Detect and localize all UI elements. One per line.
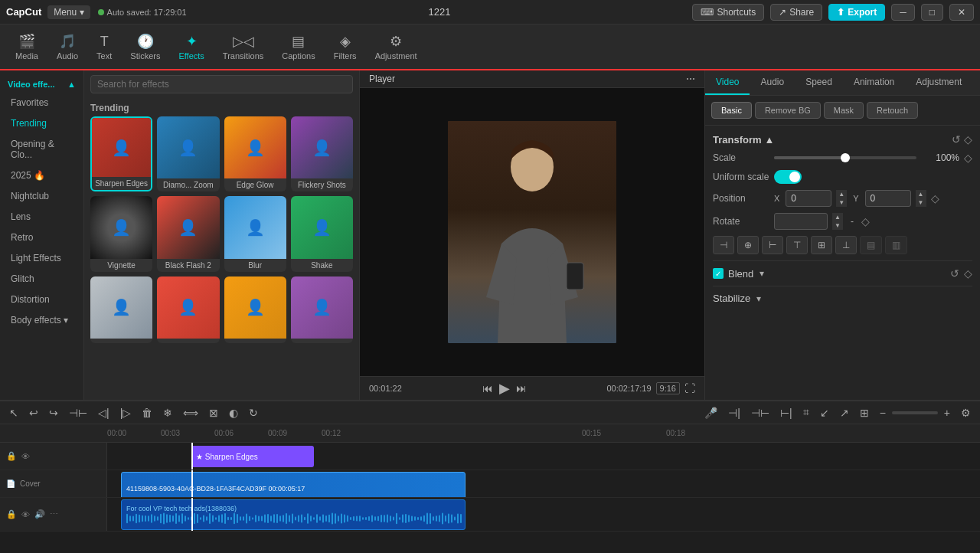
effect-item-blur[interactable]: 👤Blur	[224, 196, 286, 271]
toolbar-item-text[interactable]: TText	[87, 31, 121, 64]
align-top-button[interactable]: ⊤	[786, 236, 808, 254]
effect-item-item10[interactable]: 👤	[157, 276, 219, 343]
tl-trim-left-button[interactable]: ◁|	[95, 405, 113, 420]
effect-item-item11[interactable]: 👤	[224, 276, 286, 343]
player-menu-icon[interactable]: ⋯	[686, 74, 695, 84]
pos-y-up[interactable]: ▲	[916, 190, 926, 198]
align-7-button[interactable]: ▤	[860, 236, 882, 254]
left-section-arrow[interactable]: ▲	[67, 80, 76, 89]
tl-mic-button[interactable]: 🎤	[701, 405, 720, 420]
align-bottom-button[interactable]: ⊥	[835, 236, 857, 254]
toolbar-item-adjustment[interactable]: ⚙Adjustment	[366, 30, 426, 64]
tl-cut7-button[interactable]: ⊞	[857, 405, 872, 420]
scale-keyframe-button[interactable]: ◇	[964, 152, 972, 164]
tl-redo-button[interactable]: ↪	[46, 405, 61, 420]
rewind-button[interactable]: ⏮	[482, 382, 493, 394]
blend-checkbox[interactable]: ✓	[713, 268, 724, 279]
tl-trim-right-button[interactable]: |▷	[117, 405, 135, 420]
left-item-glitch[interactable]: Glitch	[3, 269, 80, 289]
rotate-input[interactable]: 0.0°	[774, 213, 828, 230]
audio-more-icon[interactable]: ⋯	[50, 509, 58, 519]
shortcuts-button[interactable]: ⌨ Shortcuts	[692, 4, 764, 21]
left-item-distortion[interactable]: Distortion	[3, 290, 80, 309]
effect-item-sharpen-edges[interactable]: 👤Sharpen Edges	[90, 116, 152, 191]
pos-y-down[interactable]: ▼	[916, 198, 926, 207]
zoom-slider[interactable]	[892, 411, 938, 414]
tl-cut2-button[interactable]: ⊣⊢	[748, 405, 773, 420]
left-item-light-effects[interactable]: Light Effects	[3, 248, 80, 268]
right-tab-audio[interactable]: Audio	[750, 70, 795, 95]
video-track[interactable]: 41159808-5903-40AC-BD28-1FA3F4CAD39F 00:…	[121, 472, 466, 497]
blend-reset-button[interactable]: ↺	[950, 267, 959, 280]
tl-cut6-button[interactable]: ↗	[837, 405, 852, 420]
pos-x-down[interactable]: ▼	[836, 198, 847, 207]
toolbar-item-media[interactable]: 🎬Media	[6, 30, 47, 64]
rotate-keyframe-button[interactable]: ◇	[861, 215, 870, 227]
subtab-basic[interactable]: Basic	[711, 102, 752, 119]
play-button[interactable]: ▶	[499, 380, 510, 397]
toolbar-item-transitions[interactable]: ▷◁Transitions	[214, 30, 273, 64]
menu-button[interactable]: Menu ▾	[47, 5, 90, 19]
position-y-input[interactable]	[865, 190, 911, 207]
position-x-input[interactable]	[786, 190, 831, 207]
audio-track[interactable]: For cool VP tech tech ads(1388036)	[121, 499, 466, 530]
sharpen-edges-track[interactable]: ★ Sharpen Edges	[191, 446, 314, 467]
effect-item-shake[interactable]: 👤Shake	[291, 196, 353, 271]
share-button[interactable]: ↗ Share	[770, 4, 822, 21]
minimize-button[interactable]: ─	[891, 4, 915, 21]
close-button[interactable]: ✕	[949, 4, 974, 21]
video-playhead[interactable]	[191, 470, 193, 497]
tl-undo-button[interactable]: ↩	[26, 405, 41, 420]
right-tab-animation[interactable]: Animation	[843, 70, 905, 95]
right-tab-video[interactable]: Video	[705, 70, 750, 95]
blend-expand-icon[interactable]: ▾	[760, 268, 764, 279]
effect-item-item9[interactable]: 👤	[90, 276, 152, 343]
right-tab-adjustment[interactable]: Adjustment	[905, 70, 972, 95]
uniform-scale-toggle[interactable]	[774, 170, 802, 184]
align-center-v-button[interactable]: ⊞	[811, 236, 832, 254]
effect-eye-icon[interactable]: 👁	[21, 452, 30, 461]
search-input[interactable]	[90, 75, 353, 93]
left-item-trending[interactable]: Trending	[3, 113, 80, 133]
tl-settings-button[interactable]: ⚙	[958, 405, 974, 420]
subtab-remove-bg[interactable]: Remove BG	[755, 102, 821, 119]
export-button[interactable]: ⬆ Export	[828, 4, 885, 21]
left-item-opening[interactable]: Opening & Clo...	[3, 134, 80, 165]
zoom-in-button[interactable]: +	[941, 405, 953, 420]
scale-slider[interactable]	[774, 156, 916, 159]
transform-reset-button[interactable]: ↺	[952, 133, 961, 146]
rotate-up[interactable]: ▲	[832, 213, 843, 221]
toolbar-item-effects[interactable]: ✦Effects	[169, 30, 213, 64]
align-center-h-button[interactable]: ⊕	[737, 236, 759, 254]
tl-select-tool[interactable]: ↖	[6, 405, 21, 420]
effect-item-item12[interactable]: 👤	[291, 276, 353, 343]
audio-volume-icon[interactable]: 🔊	[34, 509, 45, 519]
tl-mirror-button[interactable]: ⟺	[180, 405, 201, 420]
tl-freeze-button[interactable]: ❄	[160, 405, 175, 420]
effect-item-edge-glow[interactable]: 👤Edge Glow	[224, 116, 286, 191]
toolbar-item-captions[interactable]: ▤Captions	[273, 30, 324, 64]
effect-item-vignette[interactable]: 👤Vignette	[90, 196, 152, 271]
tl-cut1-button[interactable]: ⊣|	[725, 405, 743, 420]
align-right-button[interactable]: ⊢	[762, 236, 783, 254]
left-item-favorites[interactable]: Favorites	[3, 93, 80, 113]
audio-lock-icon[interactable]: 🔒	[6, 509, 17, 519]
toolbar-item-filters[interactable]: ◈Filters	[325, 30, 366, 64]
fast-forward-button[interactable]: ⏭	[516, 382, 527, 394]
tl-split-button[interactable]: ⊣⊢	[66, 405, 90, 420]
effect-lock-icon[interactable]: 🔒	[6, 451, 17, 461]
tl-cut5-button[interactable]: ↙	[817, 405, 832, 420]
left-item-nightclub[interactable]: Nightclub	[3, 186, 80, 206]
fullscreen-button[interactable]: ⛶	[684, 382, 695, 394]
toolbar-item-stickers[interactable]: 🕐Stickers	[121, 30, 169, 64]
tl-mask-button[interactable]: ◐	[226, 405, 241, 420]
effect-item-flickery-shots[interactable]: 👤Flickery Shots	[291, 116, 353, 191]
maximize-button[interactable]: □	[921, 4, 943, 21]
audio-eye-icon[interactable]: 👁	[21, 510, 30, 519]
pos-x-up[interactable]: ▲	[836, 190, 847, 198]
tl-rotate-button[interactable]: ↻	[246, 405, 261, 420]
audio-playhead[interactable]	[191, 498, 193, 531]
stabilize-expand-icon[interactable]: ▾	[756, 293, 761, 304]
scale-slider-thumb[interactable]	[841, 153, 850, 162]
tl-crop-button[interactable]: ⊠	[206, 405, 221, 420]
